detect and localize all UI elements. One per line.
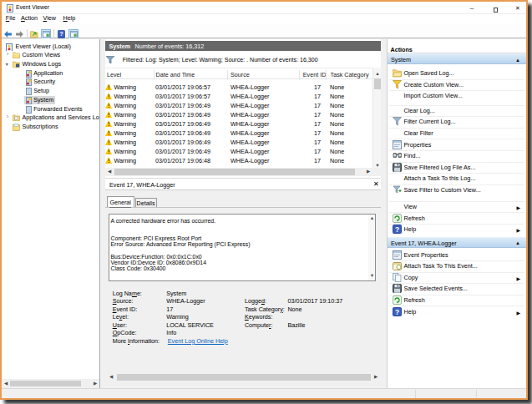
svg-text:?: ? — [394, 307, 398, 316]
svg-text:?: ? — [59, 30, 63, 38]
svg-text:?: ? — [394, 225, 398, 234]
